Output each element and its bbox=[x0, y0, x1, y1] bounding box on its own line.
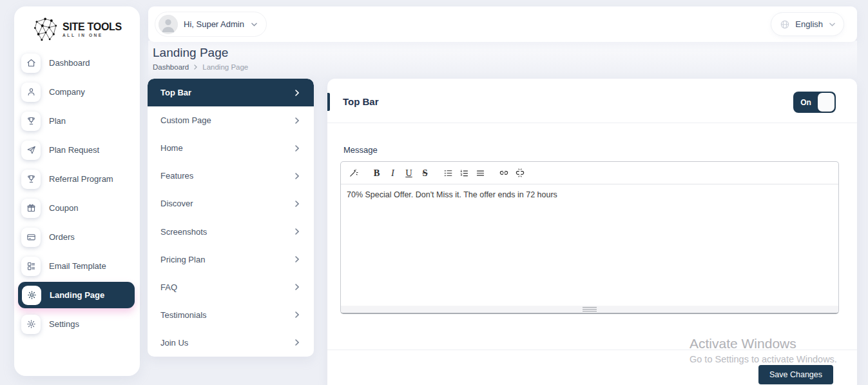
section-nav-faq[interactable]: FAQ bbox=[148, 273, 314, 301]
sidebar-item-label: Referral Program bbox=[49, 174, 113, 184]
align-icon[interactable] bbox=[472, 165, 488, 181]
sidebar-item-label: Plan Request bbox=[49, 145, 99, 155]
divider bbox=[327, 350, 857, 350]
trophy-icon bbox=[21, 112, 41, 131]
unordered-list-icon[interactable] bbox=[440, 165, 456, 181]
globe-icon bbox=[780, 19, 790, 30]
sidebar-item-company[interactable]: Company bbox=[14, 77, 140, 106]
breadcrumb-current: Landing Page bbox=[202, 63, 248, 71]
chevron-down-icon bbox=[251, 23, 257, 26]
section-nav-home[interactable]: Home bbox=[148, 134, 314, 162]
bold-icon[interactable]: B bbox=[369, 165, 385, 181]
message-editor: B I U S 70% Special Offer. Don't Miss it… bbox=[340, 161, 839, 314]
sidebar-item-orders[interactable]: Orders bbox=[14, 222, 140, 252]
section-accent-bar bbox=[327, 93, 330, 111]
language-label: English bbox=[795, 19, 823, 29]
message-label: Message bbox=[343, 145, 378, 155]
section-nav-top-bar[interactable]: Top Bar bbox=[148, 79, 314, 106]
gear-icon bbox=[22, 286, 41, 305]
section-nav-testimonials[interactable]: Testimonials bbox=[148, 301, 314, 329]
user-menu[interactable]: Hi, Super Admin bbox=[155, 12, 267, 37]
toggle-state-label: On bbox=[793, 92, 818, 113]
sidebar-item-email-template[interactable]: Email Template bbox=[14, 252, 140, 281]
chevron-right-icon bbox=[295, 145, 299, 152]
header-glow bbox=[148, 41, 857, 79]
sidebar: SITE TOOLS ALL IN ONE Dashboard Company … bbox=[14, 6, 140, 376]
breadcrumb: Dashboard Landing Page bbox=[153, 63, 248, 71]
chevron-right-icon bbox=[295, 228, 299, 235]
sidebar-item-settings[interactable]: Settings bbox=[14, 310, 140, 339]
section-nav-pricing-plan[interactable]: Pricing Plan bbox=[148, 246, 314, 273]
landing-page-section-nav: Top Bar Custom Page Home Features Discov… bbox=[148, 79, 314, 357]
page-title: Landing Page bbox=[153, 46, 248, 60]
ordered-list-icon[interactable] bbox=[456, 165, 472, 181]
home-icon bbox=[21, 54, 41, 73]
user-icon bbox=[21, 83, 41, 102]
sidebar-item-coupon[interactable]: Coupon bbox=[14, 193, 140, 222]
italic-icon[interactable]: I bbox=[385, 165, 401, 181]
sidebar-item-plan-request[interactable]: Plan Request bbox=[14, 135, 140, 164]
toggle-knob bbox=[818, 93, 834, 112]
gear-icon bbox=[21, 315, 41, 334]
sidebar-item-label: Plan bbox=[49, 116, 66, 126]
magic-wand-icon[interactable] bbox=[345, 165, 362, 181]
breadcrumb-dashboard[interactable]: Dashboard bbox=[153, 63, 189, 71]
sidebar-item-label: Settings bbox=[49, 319, 79, 329]
user-avatar bbox=[159, 15, 178, 34]
sidebar-item-plan[interactable]: Plan bbox=[14, 106, 140, 135]
logo[interactable]: SITE TOOLS ALL IN ONE bbox=[14, 6, 140, 48]
network-logo-icon bbox=[32, 16, 59, 43]
template-icon bbox=[21, 257, 41, 276]
chevron-right-icon bbox=[295, 339, 299, 346]
section-nav-screenshots[interactable]: Screenshots bbox=[148, 217, 314, 245]
sidebar-item-label: Landing Page bbox=[50, 290, 104, 300]
top-bar-toggle[interactable]: On bbox=[793, 92, 836, 113]
top-header: Hi, Super Admin English bbox=[148, 6, 857, 42]
sidebar-item-label: Email Template bbox=[49, 261, 106, 271]
section-nav-discover[interactable]: Discover bbox=[148, 190, 314, 217]
chevron-right-icon bbox=[295, 284, 299, 290]
unlink-icon[interactable] bbox=[512, 165, 528, 181]
sidebar-item-label: Dashboard bbox=[49, 58, 90, 68]
send-icon bbox=[21, 141, 41, 160]
editor-content[interactable]: 70% Special Offer. Don't Miss it. The of… bbox=[341, 184, 838, 299]
section-nav-custom-page[interactable]: Custom Page bbox=[148, 106, 314, 134]
sidebar-item-label: Orders bbox=[49, 232, 75, 242]
chevron-right-icon bbox=[295, 201, 299, 207]
panel-title: Top Bar bbox=[343, 96, 379, 107]
divider bbox=[327, 123, 857, 123]
chevron-right-icon bbox=[194, 64, 197, 70]
page-head: Landing Page Dashboard Landing Page bbox=[153, 46, 248, 71]
sidebar-item-landing-page[interactable]: Landing Page bbox=[18, 282, 135, 308]
link-icon[interactable] bbox=[496, 165, 512, 181]
logo-title: SITE TOOLS bbox=[63, 21, 122, 32]
underline-icon[interactable]: U bbox=[401, 165, 417, 181]
chevron-right-icon bbox=[295, 117, 299, 124]
section-nav-features[interactable]: Features bbox=[148, 162, 314, 190]
credit-card-icon bbox=[21, 228, 41, 247]
gift-icon bbox=[21, 199, 41, 218]
sidebar-item-referral-program[interactable]: Referral Program bbox=[14, 164, 140, 193]
section-nav-join-us[interactable]: Join Us bbox=[148, 329, 314, 357]
sidebar-item-label: Coupon bbox=[49, 203, 79, 213]
language-selector[interactable]: English bbox=[771, 12, 844, 36]
sidebar-item-dashboard[interactable]: Dashboard bbox=[14, 48, 140, 77]
editor-resize-handle[interactable] bbox=[341, 306, 838, 313]
sidebar-item-label: Company bbox=[49, 87, 85, 97]
chevron-right-icon bbox=[295, 173, 299, 179]
logo-tagline: ALL IN ONE bbox=[63, 33, 122, 37]
strikethrough-icon[interactable]: S bbox=[417, 165, 433, 181]
top-bar-panel: Top Bar On Message B I U S bbox=[327, 79, 857, 385]
trophy-icon bbox=[21, 170, 41, 189]
chevron-right-icon bbox=[295, 311, 299, 318]
sidebar-nav: Dashboard Company Plan Plan Request Refe… bbox=[14, 48, 140, 339]
chevron-right-icon bbox=[295, 90, 299, 96]
chevron-right-icon bbox=[295, 256, 299, 262]
save-changes-button[interactable]: Save Changes bbox=[758, 365, 833, 384]
editor-toolbar: B I U S bbox=[341, 162, 838, 184]
user-greeting: Hi, Super Admin bbox=[184, 19, 244, 29]
chevron-down-icon bbox=[829, 23, 835, 26]
